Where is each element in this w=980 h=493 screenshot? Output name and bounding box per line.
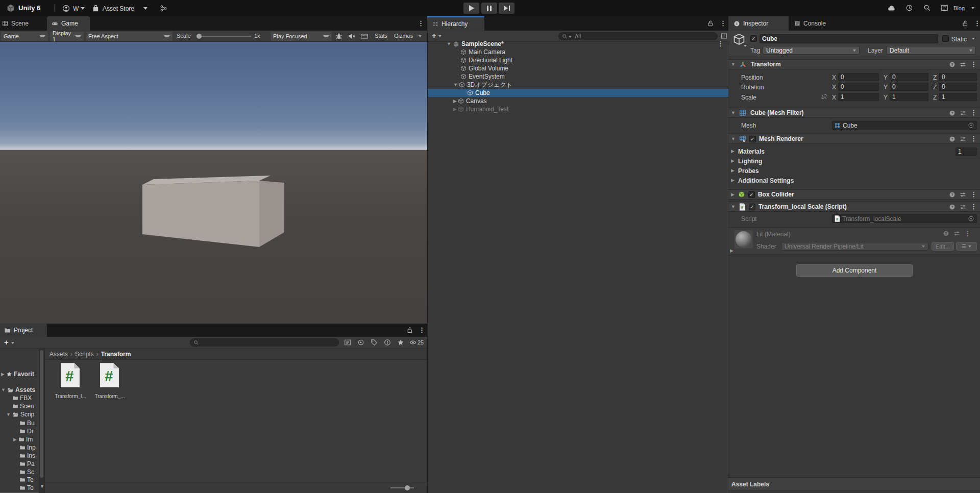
foldout-icon[interactable]: ▶ (731, 178, 734, 183)
mesh-filter-header[interactable]: ▼ Cube (Mesh Filter) ⋮ (728, 108, 980, 118)
active-checkbox[interactable]: ✓ (750, 35, 757, 42)
hierarchy-item[interactable]: Global Volume (428, 64, 729, 72)
hierarchy-lock-icon[interactable] (707, 20, 714, 27)
script-component-header[interactable]: ▼ ✓ Transform_local Scale (Script) ⋮ (728, 202, 980, 212)
debug-bug-icon[interactable] (335, 32, 343, 40)
foldout-icon[interactable]: ▶ (731, 168, 734, 173)
script-object-field[interactable]: Transform_localScale (832, 214, 977, 223)
tree-item[interactable]: ▶ Im (0, 435, 45, 443)
inspector-lock-icon[interactable] (962, 20, 969, 27)
mesh-renderer-header[interactable]: ▼ ✓ Mesh Renderer ⋮ (728, 134, 980, 144)
thumbnail-size-slider-track[interactable] (390, 487, 414, 488)
position-y-field[interactable]: 0 (890, 73, 928, 81)
project-panel-menu-icon[interactable]: ⋮ (419, 327, 425, 333)
additional-settings-foldout[interactable]: Additional Settings (738, 177, 794, 184)
hierarchy-add-caret-icon[interactable] (438, 35, 442, 37)
tree-item[interactable]: Bu (0, 419, 45, 427)
blog-label[interactable]: Blog (953, 5, 965, 11)
shader-dropdown[interactable]: Universal Render Pipeline/Lit (781, 242, 928, 251)
scale-z-field[interactable]: 1 (939, 93, 977, 101)
tab-project[interactable]: Project (0, 324, 47, 337)
component-menu-icon[interactable]: ⋮ (970, 136, 977, 142)
rotation-y-field[interactable]: 0 (890, 83, 928, 91)
foldout-icon[interactable]: ▼ (447, 42, 451, 46)
csharp-file-icon[interactable] (59, 362, 82, 388)
import-log-icon[interactable] (384, 339, 391, 346)
scale-slider-handle[interactable] (197, 34, 202, 39)
hierarchy-item[interactable]: EventSystem (428, 72, 729, 81)
file-label[interactable]: Transform_l... (53, 393, 88, 399)
csharp-file-icon[interactable] (98, 362, 121, 388)
gameobject-icon-large[interactable] (732, 33, 746, 46)
tab-hierarchy[interactable]: Hierarchy (427, 16, 484, 31)
tree-item[interactable]: Inp (0, 443, 45, 452)
materials-foldout[interactable]: Materials (738, 148, 765, 155)
hierarchy-item[interactable]: Directional Light (428, 56, 729, 64)
preset-icon[interactable] (953, 230, 960, 237)
help-icon[interactable] (949, 191, 955, 198)
preset-icon[interactable] (960, 191, 966, 198)
open-search-window-icon[interactable] (344, 339, 351, 346)
component-menu-icon[interactable]: ⋮ (970, 191, 977, 198)
box-collider-header[interactable]: ▶ ✓ Box Collider ⋮ (728, 189, 980, 200)
foldout-icon[interactable]: ▶ (13, 437, 17, 442)
gizmos-button[interactable]: Gizmos (394, 33, 413, 39)
account-caret-icon[interactable] (81, 7, 85, 10)
layout-window-icon[interactable] (941, 4, 948, 12)
tree-item[interactable]: To (0, 484, 45, 492)
foldout-icon[interactable]: ▶ (731, 192, 734, 197)
preset-icon[interactable] (960, 136, 966, 142)
position-z-field[interactable]: 0 (939, 73, 977, 81)
hierarchy-item-scene[interactable]: ▼ SampleScene* ⋮ (428, 40, 729, 48)
tree-item[interactable]: Ins (0, 452, 45, 460)
keyboard-icon[interactable] (360, 32, 369, 40)
static-caret-icon[interactable] (972, 38, 975, 40)
search-type-caret-icon[interactable] (569, 36, 572, 38)
tree-item[interactable]: Dr (0, 427, 45, 435)
mesh-object-field[interactable]: Cube (832, 121, 977, 130)
version-control-icon[interactable] (160, 5, 167, 12)
search-icon[interactable] (923, 4, 931, 12)
project-content-area[interactable]: Transform_l... Transform_... (45, 360, 427, 482)
help-icon[interactable] (949, 110, 955, 116)
probes-foldout[interactable]: Probes (738, 167, 759, 175)
tree-item[interactable]: Pa (0, 460, 45, 468)
component-enabled-checkbox[interactable]: ✓ (749, 204, 755, 210)
component-menu-icon[interactable]: ⋮ (970, 110, 977, 116)
inspector-panel-menu-icon[interactable]: ⋮ (974, 20, 980, 27)
tree-item-scripts[interactable]: ▼ Scrip (0, 410, 45, 418)
pause-button[interactable] (481, 3, 497, 14)
component-menu-icon[interactable]: ⋮ (970, 61, 977, 67)
foldout-icon[interactable]: ▼ (731, 205, 736, 209)
foldout-icon[interactable]: ▼ (731, 137, 736, 141)
asset-store-caret-icon[interactable] (143, 7, 148, 10)
thumbnail-size-slider-handle[interactable] (405, 485, 410, 490)
transform-header[interactable]: ▼ Transform ⋮ (728, 59, 980, 69)
help-icon[interactable] (949, 61, 955, 68)
foldout-icon[interactable]: ▼ (731, 111, 736, 115)
scale-slider-track[interactable] (198, 36, 251, 37)
breadcrumb-assets[interactable]: Assets (50, 351, 68, 358)
tree-item[interactable]: Te (0, 476, 45, 484)
foldout-icon[interactable]: ▼ (1, 388, 6, 392)
hierarchy-item[interactable]: Main Camera (428, 48, 729, 56)
static-checkbox[interactable] (942, 35, 949, 42)
save-search-icon[interactable] (397, 339, 404, 346)
aspect-dropdown[interactable]: Free Aspect (86, 32, 173, 41)
hierarchy-item-disabled[interactable]: ▶ Humanoid_Test (428, 105, 729, 113)
gizmos-caret-icon[interactable] (419, 35, 422, 37)
project-add-button[interactable]: + (4, 338, 9, 347)
hierarchy-search-input[interactable]: All (558, 32, 718, 40)
asset-store-icon[interactable] (92, 5, 100, 12)
help-icon[interactable] (949, 204, 955, 210)
unlinked-scale-icon[interactable] (821, 93, 827, 100)
asset-labels-bar[interactable]: Asset Labels (728, 477, 980, 491)
display-dropdown[interactable]: Display 1 (50, 32, 84, 41)
tree-scroll-down-icon[interactable]: ▼ (40, 484, 44, 489)
scene-options-icon[interactable]: ⋮ (717, 41, 724, 47)
game-view[interactable] (0, 42, 427, 324)
foldout-icon[interactable]: ▼ (453, 83, 458, 87)
blog-caret-icon[interactable] (971, 7, 974, 9)
cloud-icon[interactable] (888, 4, 896, 12)
file-label[interactable]: Transform_... (92, 393, 128, 399)
